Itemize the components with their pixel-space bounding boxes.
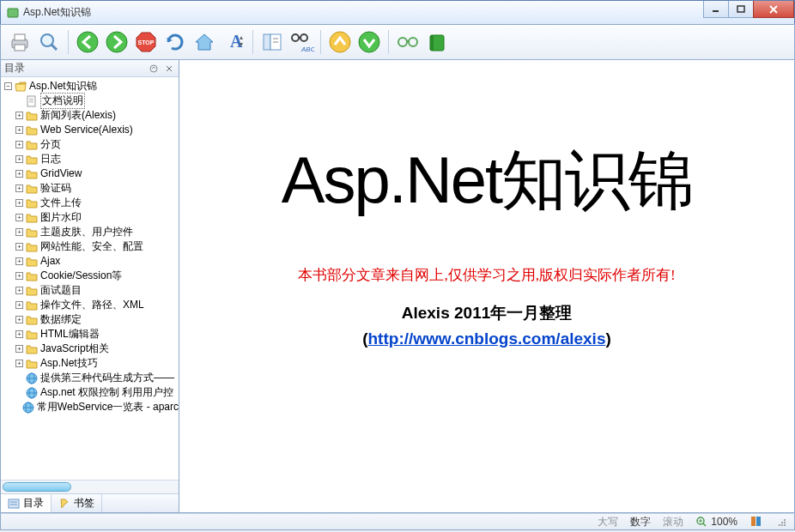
glasses-button[interactable] [394,28,422,56]
tree-item[interactable]: +日志 [1,152,179,166]
toolbar-separator [388,30,389,54]
tree-item[interactable]: +JavaScript相关 [1,342,179,356]
tab-bookmark[interactable]: 书签 [52,494,102,512]
tree-item-label: 面试题目 [40,283,82,298]
refresh-button[interactable] [161,28,189,56]
sidebar-tabs: 目录 书签 [1,493,179,512]
window-titlebar: Asp.Net知识锦 [0,0,795,24]
tree-item[interactable]: +文件上传 [1,196,179,210]
tree-item-label: 网站性能、安全、配置 [40,239,143,254]
expand-icon[interactable]: + [15,287,23,294]
content-link[interactable]: http://www.cnblogs.com/alexis [368,329,606,348]
expand-icon[interactable]: + [15,316,23,323]
expand-icon[interactable]: + [15,330,23,338]
tree-item[interactable]: +Ajax [1,254,179,269]
svg-point-22 [359,32,379,52]
tree-item[interactable]: +面试题目 [1,283,179,298]
tree-item[interactable]: +Cookie/Session等 [1,269,179,283]
svg-point-23 [398,38,407,46]
scrollbar-thumb[interactable] [3,482,71,492]
svg-rect-49 [756,517,761,526]
expand-icon[interactable]: + [15,360,23,367]
tree-item[interactable]: +新闻列表(Alexis) [1,108,179,123]
tree-item[interactable]: +图片水印 [1,210,179,225]
collapse-icon[interactable]: − [4,82,12,90]
web-page-icon [22,402,34,414]
tree-view[interactable]: −Asp.Net知识锦文档说明+新闻列表(Alexis)+Web Service… [1,77,179,480]
expand-icon[interactable]: + [15,272,23,280]
tree-item[interactable]: +HTML编辑器 [1,327,179,342]
scroll-down-button[interactable] [355,28,383,56]
scroll-up-button[interactable] [326,28,354,56]
tree-item[interactable]: +GridView [1,166,179,181]
expand-icon[interactable]: + [15,301,23,309]
svg-rect-28 [27,96,35,106]
back-button[interactable] [74,28,101,56]
maximize-button[interactable] [728,1,754,18]
tree-item[interactable]: +验证码 [1,181,179,196]
svg-point-9 [106,32,127,52]
expand-icon[interactable]: + [15,199,23,207]
book-button[interactable] [423,28,451,56]
stop-button[interactable]: STOP [132,28,160,56]
content-title: Asp.Net知识锦 [282,137,692,226]
preview-button[interactable] [35,28,63,56]
tree-item[interactable]: +Web Service(Alexis) [1,123,179,137]
tree-item[interactable]: 文档说明 [1,94,179,108]
sidebar-collapse-button[interactable] [148,63,160,75]
expand-icon[interactable]: + [15,141,23,148]
svg-point-18 [300,34,307,41]
tree-item[interactable]: 提供第三种代码生成方式—— [1,371,179,385]
status-zoom[interactable]: 100% [695,516,737,528]
horizontal-scrollbar[interactable] [1,480,179,493]
tree-item[interactable]: +主题皮肤、用户控件 [1,225,179,239]
folder-icon [26,329,38,341]
svg-rect-26 [430,35,434,51]
expand-icon[interactable]: + [15,126,23,134]
tab-toc[interactable]: 目录 [1,494,52,512]
toc-toggle-button[interactable] [258,28,286,56]
tree-item[interactable]: Asp.net 权限控制 利用用户控 [1,385,179,400]
forward-button[interactable] [103,28,130,56]
minimize-button[interactable] [703,1,729,18]
font-button[interactable]: A [220,28,247,56]
expand-icon[interactable]: + [15,257,23,265]
tree-spacer [15,403,20,411]
expand-icon[interactable]: + [15,345,23,353]
home-button[interactable] [191,28,218,56]
toolbar-separator [252,30,253,54]
page-icon [26,95,38,107]
tree-item[interactable]: −Asp.Net知识锦 [1,79,179,94]
close-button[interactable] [753,1,794,18]
expand-icon[interactable]: + [15,112,23,119]
tree-item[interactable]: +分页 [1,137,179,152]
svg-rect-2 [737,6,744,12]
expand-icon[interactable]: + [15,228,23,236]
expand-icon[interactable]: + [15,243,23,251]
expand-icon[interactable]: + [15,184,23,192]
status-book-icon[interactable] [749,514,763,530]
resize-grip[interactable] [775,516,787,528]
folder-icon [26,299,38,311]
tree-item[interactable]: 常用WebService一览表 - aparc [1,400,179,414]
tree-item[interactable]: +操作文件、路径、XML [1,298,179,312]
expand-icon[interactable]: + [15,155,23,163]
svg-point-24 [409,38,417,46]
expand-icon[interactable]: + [15,170,23,178]
svg-rect-13 [264,34,270,50]
folder-open-icon [15,81,27,93]
folder-icon [26,183,38,195]
folder-icon [26,110,38,122]
tree-item-label: 文档说明 [40,93,85,109]
find-button[interactable]: ABC [288,28,315,56]
tree-item[interactable]: +网站性能、安全、配置 [1,239,179,254]
sidebar-close-button[interactable] [163,63,175,75]
tree-item-label: Cookie/Session等 [40,269,122,283]
tree-item-label: GridView [40,166,82,181]
folder-icon [26,154,38,166]
expand-icon[interactable]: + [15,214,23,221]
print-button[interactable] [6,28,33,56]
tree-item[interactable]: +Asp.Net技巧 [1,356,179,371]
tree-item[interactable]: +数据绑定 [1,312,179,327]
content-note: 本书部分文章来自网上,仅供学习之用,版权归实际作者所有! [298,265,675,285]
